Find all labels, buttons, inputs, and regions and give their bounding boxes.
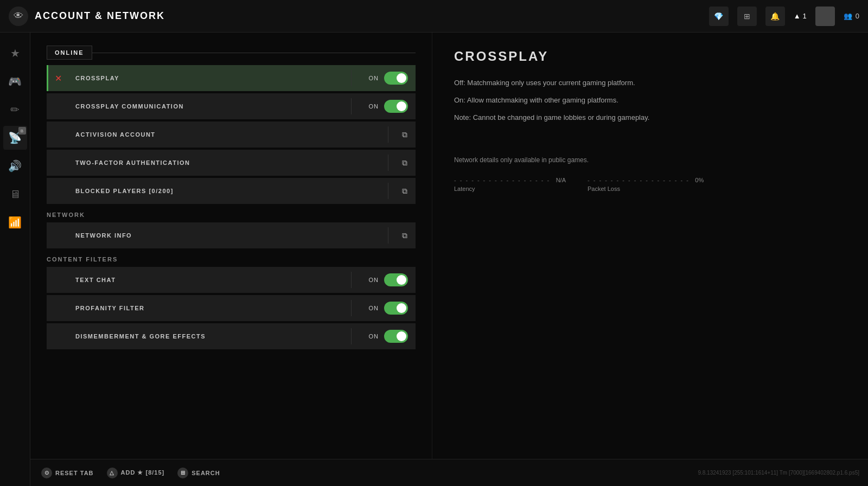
rank-display: ▲ 1 [794,12,807,20]
network-stats: - - - - - - - - - - - - - - - - - N/A La… [454,175,846,192]
text-chat-label: TEXT CHAT [48,277,346,283]
text-chat-value: ON [357,277,384,283]
network-info-external-icon[interactable]: ⧉ [394,222,416,248]
divider [351,98,352,114]
two-factor-row[interactable]: TWO-FACTOR AUTHENTICATION ⧉ [47,150,416,176]
divider [388,227,388,244]
crossplay-value: ON [357,75,384,81]
currency-button[interactable]: 💎 [709,7,729,26]
reset-tab-button[interactable]: ⊙ RESET TAB [41,468,94,478]
profanity-filter-value: ON [357,305,384,311]
search-button[interactable]: ⊞ SEARCH [177,468,220,478]
detail-line-1: Off: Matchmaking only uses your current … [454,77,846,89]
sidebar-item-network[interactable]: 📶 [3,210,27,234]
packet-loss-stat: - - - - - - - - - - - - - - - - - - 0% P… [588,175,704,192]
crossplay-comm-value: ON [357,103,384,110]
online-section-line [92,53,416,53]
grid-button[interactable]: ⊞ [737,7,757,26]
latency-dashes: - - - - - - - - - - - - - - - - - [454,177,550,183]
network-info-row[interactable]: NETWORK INFO ⧉ [47,222,416,248]
crossplay-communication-row[interactable]: CROSSPLAY COMMUNICATION ON [47,93,416,119]
left-panel: ONLINE ✕ CROSSPLAY ON CROSSPLAY COMMUNIC… [30,33,432,486]
blocked-players-row[interactable]: BLOCKED PLAYERS [0/200] ⧉ [47,178,416,204]
crossplay-close-icon[interactable]: ✕ [48,65,68,91]
sidebar-item-controller[interactable]: 🎮 [3,69,27,93]
detail-title: CROSSPLAY [454,49,846,64]
friends-icon: 👥 [844,12,852,20]
text-chat-row[interactable]: TEXT CHAT ON [47,267,416,293]
divider [388,183,388,199]
sidebar-item-account[interactable]: 📡 B [3,126,27,150]
network-details-note: Network details only available in public… [454,156,846,164]
crossplay-comm-label: CROSSPLAY COMMUNICATION [48,103,346,110]
topbar: 👁 ACCOUNT & NETWORK 💎 ⊞ 🔔 ▲ 1 👥 0 [0,0,868,33]
latency-stat-row: - - - - - - - - - - - - - - - - - N/A [454,175,566,184]
packet-loss-label: Packet Loss [588,186,704,192]
activision-account-row[interactable]: ACTIVISION ACCOUNT ⧉ [47,122,416,148]
topbar-eye-icon: 👁 [9,7,28,26]
crossplay-comm-toggle[interactable] [384,100,408,113]
add-favorite-icon: △ [107,468,118,478]
sidebar-item-paint[interactable]: ✏ [3,98,27,122]
avatar[interactable] [815,7,835,26]
add-favorite-label: ADD ★ [8/15] [121,469,165,476]
network-label: NETWORK [47,212,416,218]
rank-value: 1 [803,12,807,20]
online-section-header: ONLINE [47,46,416,60]
packet-loss-value: 0% [695,177,704,183]
dismemberment-label: DISMEMBERMENT & GORE EFFECTS [48,333,346,340]
sidebar-item-favorites[interactable]: ★ [3,41,27,65]
divider [351,328,352,344]
add-favorite-button[interactable]: △ ADD ★ [8/15] [107,468,165,478]
sidebar-badge: B [18,127,26,135]
divider [351,272,352,288]
blocked-external-icon[interactable]: ⧉ [394,178,416,204]
activision-external-icon[interactable]: ⧉ [394,122,416,148]
crossplay-label: CROSSPLAY [68,75,346,81]
sidebar-item-display[interactable]: 🖥 [3,182,27,206]
packet-loss-stat-row: - - - - - - - - - - - - - - - - - - 0% [588,175,704,184]
activision-label: ACTIVISION ACCOUNT [48,131,382,138]
profanity-filter-row[interactable]: PROFANITY FILTER ON [47,295,416,321]
text-chat-toggle[interactable] [384,273,408,286]
main-content: ONLINE ✕ CROSSPLAY ON CROSSPLAY COMMUNIC… [30,33,868,486]
dismemberment-toggle[interactable] [384,330,408,343]
page-title: ACCOUNT & NETWORK [35,10,165,22]
reset-tab-label: RESET TAB [55,470,94,476]
rank-arrow-icon: ▲ [794,12,801,20]
divider [351,70,352,86]
dismemberment-row[interactable]: DISMEMBERMENT & GORE EFFECTS ON [47,323,416,349]
content-filters-label: CONTENT FILTERS [47,256,416,263]
detail-line-3: Note: Cannot be changed in game lobbies … [454,112,846,124]
search-icon: ⊞ [177,468,188,478]
profanity-filter-label: PROFANITY FILTER [48,305,346,311]
profanity-filter-toggle[interactable] [384,302,408,315]
latency-value: N/A [556,177,566,183]
two-factor-label: TWO-FACTOR AUTHENTICATION [48,159,382,166]
search-label: SEARCH [192,470,220,476]
bottombar: ⊙ RESET TAB △ ADD ★ [8/15] ⊞ SEARCH 9.8.… [30,459,868,486]
latency-stat: - - - - - - - - - - - - - - - - - N/A La… [454,175,566,192]
detail-line-2: On: Allow matchmaking with other gaming … [454,94,846,106]
right-panel: CROSSPLAY Off: Matchmaking only uses you… [432,33,868,486]
sidebar: ★ 🎮 ✏ 📡 B 🔊 🖥 📶 [0,33,30,486]
friends-count: 👥 0 [844,12,859,20]
packet-loss-dashes: - - - - - - - - - - - - - - - - - - [588,177,690,183]
network-info-label: NETWORK INFO [48,232,382,239]
divider [388,155,388,171]
two-factor-external-icon[interactable]: ⧉ [394,150,416,176]
divider [388,126,388,143]
latency-label: Latency [454,186,566,192]
reset-tab-icon: ⊙ [41,468,52,478]
sidebar-item-audio[interactable]: 🔊 [3,154,27,178]
friends-value: 0 [856,12,859,20]
crossplay-row[interactable]: ✕ CROSSPLAY ON [47,65,416,91]
notification-button[interactable]: 🔔 [765,7,785,26]
version-text: 9.8.13241923 [255:101:1614+11] Tm [7000]… [698,470,859,476]
online-label: ONLINE [47,46,92,60]
divider [351,300,352,316]
crossplay-toggle[interactable] [384,72,408,85]
topbar-right: 💎 ⊞ 🔔 ▲ 1 👥 0 [709,0,859,32]
dismemberment-value: ON [357,333,384,340]
blocked-players-label: BLOCKED PLAYERS [0/200] [48,188,382,194]
